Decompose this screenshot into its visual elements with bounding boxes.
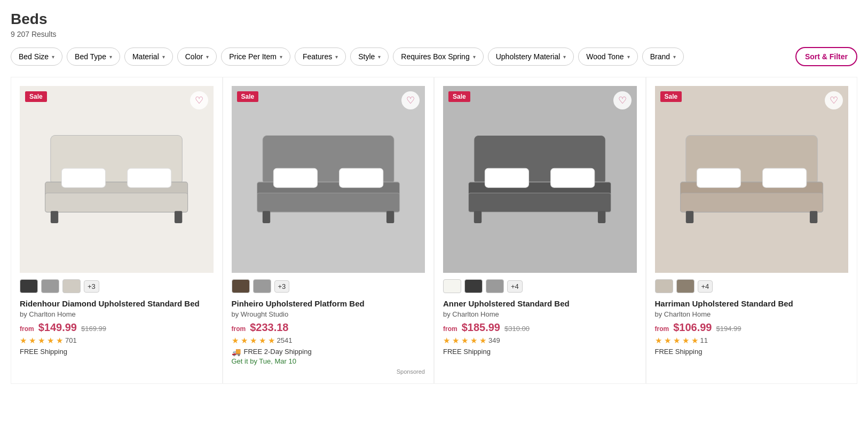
filter-label: Bed Type xyxy=(75,52,106,61)
product-card: Sale ♡ +4 Anner Upholstered Standard Bed… xyxy=(434,77,646,384)
filter-bar: Bed Size▾Bed Type▾Material▾Color▾Price P… xyxy=(11,47,857,66)
shipping-label: FREE Shipping xyxy=(443,348,637,356)
color-swatch[interactable] xyxy=(486,279,504,293)
price-from: from xyxy=(20,325,34,333)
shipping-label: FREE Shipping xyxy=(655,348,849,356)
filter-price-per-item[interactable]: Price Per Item▾ xyxy=(221,48,290,66)
star-icon: ★ xyxy=(655,336,662,345)
page-container: Beds 9 207 Results Bed Size▾Bed Type▾Mat… xyxy=(0,0,868,395)
chevron-down-icon: ▾ xyxy=(627,54,630,60)
sort-filter-button[interactable]: Sort & Filter xyxy=(795,47,857,66)
filter-label: Color xyxy=(185,52,203,61)
swatch-more[interactable]: +3 xyxy=(274,280,290,293)
price-row: from $106.99 $194.99 xyxy=(655,321,849,334)
chevron-down-icon: ▾ xyxy=(52,54,54,60)
svg-rect-16 xyxy=(485,168,529,187)
swatch-more[interactable]: +4 xyxy=(698,280,713,293)
product-name: Pinheiro Upholstered Platform Bed xyxy=(232,298,425,309)
star-half-icon: ★ xyxy=(691,336,698,345)
filter-bed-size[interactable]: Bed Size▾ xyxy=(11,48,62,66)
filter-label: Features xyxy=(303,52,332,61)
color-swatches: +4 xyxy=(655,279,849,293)
color-swatch[interactable] xyxy=(62,279,81,293)
review-count: 11 xyxy=(700,336,708,344)
star-rating: ★★★★★ 11 xyxy=(655,336,849,345)
filter-color[interactable]: Color▾ xyxy=(177,48,217,66)
svg-rect-23 xyxy=(697,168,740,187)
wishlist-button[interactable]: ♡ xyxy=(613,91,632,109)
color-swatch[interactable] xyxy=(253,279,271,293)
truck-icon: 🚚 xyxy=(232,348,241,356)
filter-material[interactable]: Material▾ xyxy=(124,48,173,66)
color-swatch[interactable] xyxy=(443,279,461,293)
price-from: from xyxy=(443,325,457,333)
filter-upholstery-material[interactable]: Upholstery Material▾ xyxy=(488,48,574,66)
original-price: $194.99 xyxy=(716,325,741,333)
color-swatch[interactable] xyxy=(655,279,673,293)
color-swatch[interactable] xyxy=(20,279,38,293)
star-icon: ★ xyxy=(20,336,27,345)
results-count: 9 207 Results xyxy=(11,30,857,38)
star-icon: ★ xyxy=(470,336,477,345)
product-brand: by Charlton Home xyxy=(443,310,637,318)
star-icon: ★ xyxy=(47,336,54,345)
current-price: $185.99 xyxy=(462,321,500,334)
filter-wood-tone[interactable]: Wood Tone▾ xyxy=(578,48,637,66)
color-swatch[interactable] xyxy=(676,279,695,293)
product-image: Sale ♡ xyxy=(655,86,849,273)
filter-label: Style xyxy=(358,52,375,61)
svg-rect-24 xyxy=(762,168,806,187)
svg-rect-12 xyxy=(263,211,270,224)
product-brand: by Wrought Studio xyxy=(232,310,425,318)
price-from: from xyxy=(232,325,246,333)
color-swatch[interactable] xyxy=(464,279,483,293)
star-rating: ★★★★★ 349 xyxy=(443,336,637,345)
star-icon: ★ xyxy=(250,336,257,345)
filter-label: Requires Box Spring xyxy=(401,52,469,61)
chevron-down-icon: ▾ xyxy=(162,54,165,60)
filter-features[interactable]: Features▾ xyxy=(295,48,346,66)
star-icon: ★ xyxy=(452,336,459,345)
product-card: Sale ♡ +4 Harriman Upholstered Standard … xyxy=(646,77,858,384)
svg-rect-3 xyxy=(128,168,171,187)
chevron-down-icon: ▾ xyxy=(563,54,566,60)
sale-badge: Sale xyxy=(660,91,682,102)
svg-rect-6 xyxy=(175,211,182,224)
product-brand: by Charlton Home xyxy=(655,310,849,318)
svg-rect-20 xyxy=(598,211,605,224)
filter-bed-type[interactable]: Bed Type▾ xyxy=(67,48,120,66)
star-icon: ★ xyxy=(461,336,468,345)
price-from: from xyxy=(655,325,669,333)
svg-rect-9 xyxy=(273,168,317,187)
sale-badge: Sale xyxy=(25,91,47,102)
svg-rect-27 xyxy=(810,211,817,224)
color-swatch[interactable] xyxy=(232,279,250,293)
star-icon: ★ xyxy=(38,336,45,345)
filter-style[interactable]: Style▾ xyxy=(350,48,389,66)
sale-badge: Sale xyxy=(448,91,470,102)
product-name: Anner Upholstered Standard Bed xyxy=(443,298,637,309)
products-grid: Sale ♡ +3 Ridenhour Diamond Upholstered … xyxy=(11,77,857,384)
star-half-icon: ★ xyxy=(268,336,275,345)
current-price: $149.99 xyxy=(38,321,77,334)
svg-rect-11 xyxy=(257,193,399,212)
filter-brand[interactable]: Brand▾ xyxy=(642,48,684,66)
swatch-more[interactable]: +4 xyxy=(507,280,523,293)
fast-shipping: 🚚 FREE 2-Day Shipping xyxy=(232,348,425,356)
swatch-more[interactable]: +3 xyxy=(84,280,99,293)
svg-rect-17 xyxy=(551,168,595,187)
color-swatches: +3 xyxy=(20,279,214,293)
wishlist-button[interactable]: ♡ xyxy=(190,91,208,109)
original-price: $310.00 xyxy=(504,325,530,333)
filter-label: Material xyxy=(132,52,159,61)
chevron-down-icon: ▾ xyxy=(473,54,476,60)
wishlist-button[interactable]: ♡ xyxy=(401,91,420,109)
wishlist-button[interactable]: ♡ xyxy=(825,91,843,109)
svg-rect-18 xyxy=(469,193,611,212)
star-icon: ★ xyxy=(664,336,671,345)
price-row: from $233.18 xyxy=(232,321,425,334)
product-image: Sale ♡ xyxy=(232,86,425,273)
color-swatch[interactable] xyxy=(41,279,59,293)
filter-requires-box-spring[interactable]: Requires Box Spring▾ xyxy=(393,48,483,66)
shipping-label: FREE Shipping xyxy=(20,348,214,356)
